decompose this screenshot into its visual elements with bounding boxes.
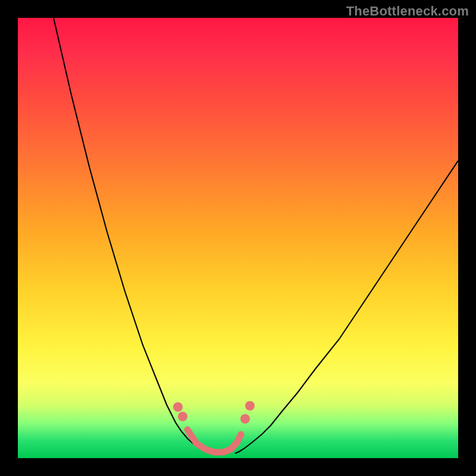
valley-abrasion <box>187 430 241 452</box>
right-dot-inner <box>240 414 250 424</box>
left-dot-inner <box>178 412 187 421</box>
watermark-text: TheBottleneck.com <box>346 4 469 19</box>
right-dot-upper <box>245 401 255 411</box>
curve-left-branch <box>54 18 211 453</box>
chart-frame: TheBottleneck.com <box>0 0 476 476</box>
curve-right-branch <box>235 161 458 453</box>
marker-group <box>173 401 255 424</box>
curve-layer <box>18 18 458 458</box>
left-dot-upper <box>173 402 183 412</box>
